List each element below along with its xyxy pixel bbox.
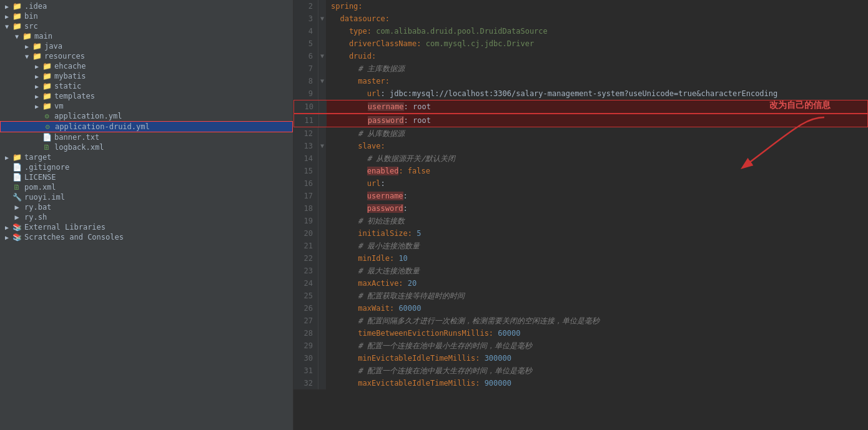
folder-icon: 📁 [41,62,52,71]
tree-label: static [54,82,81,90]
fold-gutter[interactable]: ▼ [318,50,326,62]
tree-item-pom_xml[interactable]: 🗎pom.xml [0,182,293,192]
tree-item-logback_xml[interactable]: 🗎logback.xml [0,142,293,152]
fold-gutter[interactable] [319,100,327,113]
fold-gutter[interactable] [319,114,327,127]
fold-gutter[interactable] [318,127,326,140]
tree-item-main[interactable]: ▼📁main [0,31,293,41]
line-content: maxActive: 20 [326,277,868,290]
tree-item-static[interactable]: ▶📁static [0,81,293,91]
line-number: 18 [293,202,318,215]
code-token: password [367,204,403,213]
code-line-2: 2spring: [293,0,868,12]
code-line-15: 15 enabled: false [293,165,868,177]
tree-item-application_druid_yml[interactable]: ⚙application-druid.yml [0,121,293,132]
tree-label: .gitignore [24,163,69,172]
code-token: # 从库数据源 [331,129,405,138]
fold-gutter[interactable] [318,377,326,389]
tree-item-ry_bat[interactable]: ▶ry.bat [0,202,293,212]
line-content: datasource: [326,12,868,25]
tree-item-mybatis[interactable]: ▶📁mybatis [0,71,293,81]
fold-gutter[interactable] [318,165,326,177]
code-token: minIdle: [331,254,398,263]
line-number: 24 [293,277,318,290]
file-icon: ▶ [11,203,22,212]
tree-item-external_libraries[interactable]: ▶📚External Libraries [0,222,293,232]
fold-gutter[interactable] [318,62,326,75]
code-line-16: 16 url: [293,177,868,190]
tree-label: Scratches and Consoles [24,233,124,242]
tree-item-bin[interactable]: ▶📁bin [0,11,293,21]
line-number: 4 [293,25,318,37]
tree-arrow: ▼ [12,33,21,40]
fold-gutter[interactable] [318,87,326,100]
tree-item-java[interactable]: ▶📁java [0,41,293,51]
code-token [332,102,368,111]
fold-gutter[interactable] [318,25,326,37]
tree-item-target[interactable]: ▶📁target [0,152,293,162]
line-content: master: [326,75,868,87]
line-content: minIdle: 10 [326,252,868,265]
code-line-5: 5 driverClassName: com.mysql.cj.jdbc.Dri… [293,37,868,50]
fold-gutter[interactable] [318,265,326,277]
fold-gutter[interactable] [318,190,326,202]
tree-item-ry_sh[interactable]: ▶ry.sh [0,212,293,222]
tree-label: External Libraries [24,223,106,232]
tree-item-application_yml[interactable]: ⚙application.yml [0,111,293,121]
line-content: # 最小连接池数量 [326,240,868,252]
fold-gutter[interactable]: ▼ [318,12,326,25]
fold-gutter[interactable] [318,0,326,12]
fold-gutter[interactable] [318,327,326,340]
tree-item-vm[interactable]: ▶📁vm [0,101,293,111]
fold-gutter[interactable]: ▼ [318,140,326,152]
tree-item-src[interactable]: ▼📁src [0,21,293,31]
fold-gutter[interactable] [318,202,326,215]
fold-gutter[interactable] [318,364,326,377]
code-token: 300000 [485,354,511,363]
tree-item-resources[interactable]: ▼📁resources [0,51,293,61]
code-token: url [367,89,381,98]
code-token: maxActive: [331,279,408,288]
line-content: # 配置获取连接等待超时的时间 [326,290,868,302]
code-token: com.mysql.cj.jdbc.Driver [426,39,534,48]
fold-gutter[interactable] [318,252,326,265]
tree-item-ehcache[interactable]: ▶📁ehcache [0,61,293,71]
code-token: # 最小连接池数量 [331,242,420,250]
tree-item-banner_txt[interactable]: 📄banner.txt [0,132,293,142]
fold-gutter[interactable] [318,352,326,364]
tree-item-license[interactable]: 📄LICENSE [0,172,293,182]
tree-label: pom.xml [24,183,56,192]
code-token: maxEvictableIdleTimeMillis: [331,379,485,388]
line-content: druid: [326,50,868,62]
code-token: : false [398,167,430,175]
tree-item-templates[interactable]: ▶📁templates [0,91,293,101]
fold-gutter[interactable]: ▼ [318,75,326,87]
tree-item-ruoyi_iml[interactable]: 🔧ruoyi.iml [0,192,293,202]
tree-item-idea[interactable]: ▶📁.idea [0,1,293,11]
tree-label: logback.xml [54,143,104,152]
fold-gutter[interactable] [318,152,326,165]
fold-gutter[interactable] [318,240,326,252]
line-content: enabled: false [326,165,868,177]
fold-gutter[interactable] [318,290,326,302]
tree-item-gitignore[interactable]: 📄.gitignore [0,162,293,172]
fold-gutter[interactable] [318,315,326,327]
code-token: : root [404,116,431,125]
line-number: 2 [293,0,318,12]
code-token: maxWait: [331,304,398,313]
tree-label: ry.bat [24,203,51,212]
code-line-6: 6▼ druid: [293,50,868,62]
fold-gutter[interactable] [318,215,326,227]
line-content: maxEvictableIdleTimeMillis: 900000 [326,377,868,389]
file-icon: 📄 [11,173,22,182]
fold-gutter[interactable] [318,37,326,50]
fold-gutter[interactable] [318,277,326,290]
fold-gutter[interactable] [318,340,326,352]
tree-item-scratches[interactable]: ▶📚Scratches and Consoles [0,232,293,242]
file-icon: 🗎 [41,143,52,152]
file-icon: 🗎 [11,183,22,192]
fold-gutter[interactable] [318,227,326,240]
fold-gutter[interactable] [318,302,326,315]
code-token: minEvictableIdleTimeMillis: [331,354,485,363]
fold-gutter[interactable] [318,177,326,190]
